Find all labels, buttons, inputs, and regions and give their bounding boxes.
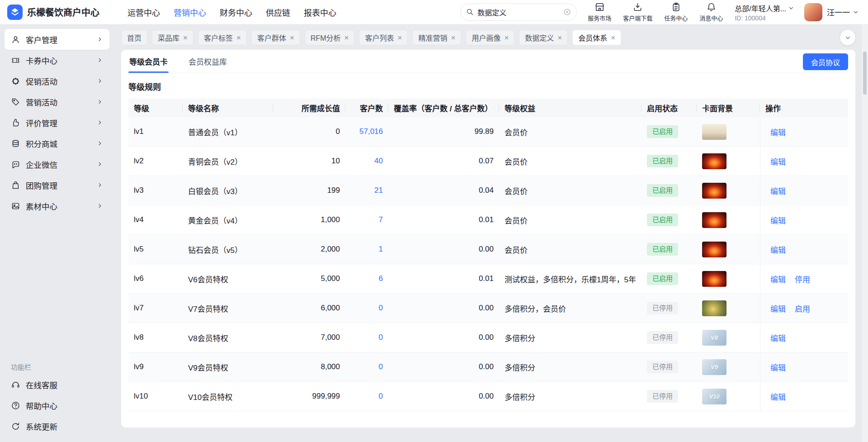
- nav-item[interactable]: 供应链: [266, 6, 290, 18]
- message-center-button[interactable]: 消息中心: [699, 2, 723, 22]
- tab-chip[interactable]: 会员体系 ×: [572, 30, 621, 45]
- search-input[interactable]: [477, 8, 560, 16]
- close-icon[interactable]: ×: [398, 34, 402, 42]
- sidebar-item-online-support[interactable]: 在线客服: [5, 374, 109, 395]
- tab-chip[interactable]: 精准营销 ×: [412, 30, 461, 45]
- sidebar-item-help-center[interactable]: 帮助中心: [5, 395, 109, 416]
- status-badge: 已停用: [647, 302, 678, 314]
- sidebar-item-system-update[interactable]: 系统更新: [5, 416, 109, 437]
- customer-count-link[interactable]: 0: [379, 333, 383, 342]
- customer-count-link[interactable]: 21: [374, 186, 383, 195]
- tab-chip[interactable]: 客户群体 ×: [251, 30, 300, 45]
- user-menu[interactable]: 汪一一: [827, 6, 859, 18]
- customer-count-link[interactable]: 0: [379, 304, 383, 312]
- edit-link[interactable]: 编辑: [770, 332, 786, 343]
- edit-link[interactable]: 编辑: [770, 244, 786, 255]
- benefits-cell: 会员价: [499, 214, 642, 226]
- edit-link[interactable]: 编辑: [770, 273, 786, 285]
- customer-count-link[interactable]: 1: [379, 245, 383, 253]
- growth-value-cell: 1,000: [273, 215, 345, 224]
- customer-count-link[interactable]: 0: [379, 392, 383, 400]
- card-background-thumbnail: [702, 183, 726, 199]
- coverage-cell: 0.00: [388, 333, 499, 342]
- column-header: 启用状态: [642, 102, 697, 114]
- sidebar-item-promotion-activity[interactable]: 促销活动: [5, 71, 109, 91]
- shopping-bag-icon: [11, 181, 20, 190]
- member-agreement-button[interactable]: 会员协议: [803, 53, 848, 70]
- edit-link[interactable]: 编辑: [770, 126, 786, 138]
- edit-link[interactable]: 编辑: [770, 303, 786, 314]
- chevron-right-icon: [97, 36, 103, 43]
- customer-count-link[interactable]: 7: [379, 215, 383, 224]
- scrollbar-track: [862, 24, 868, 442]
- level-cell: lv3: [128, 186, 183, 195]
- tab-chip[interactable]: 客户标签 ×: [198, 30, 247, 45]
- sidebar-item-enterprise-wechat[interactable]: 企业微信: [5, 154, 109, 175]
- status-badge: 已停用: [647, 331, 678, 344]
- brand[interactable]: 乐檬餐饮商户中心: [0, 5, 114, 20]
- customer-count-link[interactable]: 40: [374, 157, 383, 165]
- level-rules-table: 等级 等级名称 所需成长值 客户数 覆盖率（客户数 / 总客户数） 等级权益 启…: [128, 99, 848, 411]
- brand-logo-icon: [7, 5, 23, 20]
- customer-count-link[interactable]: 0: [379, 362, 383, 371]
- sidebar-item-customer-management[interactable]: 客户管理: [5, 29, 109, 50]
- tab-chip-label: 会员体系: [578, 32, 607, 43]
- toggle-status-link[interactable]: 停用: [795, 273, 810, 285]
- close-icon[interactable]: ×: [557, 34, 562, 42]
- brand-name: 乐檬餐饮商户中心: [27, 5, 99, 19]
- tab-chip[interactable]: 用户画像 ×: [466, 30, 514, 45]
- tab-chip[interactable]: 首页: [121, 30, 147, 45]
- sidebar-item-card-coupon-center[interactable]: 卡券中心: [5, 50, 109, 71]
- coverage-cell: 99.89: [388, 127, 499, 136]
- coverage-cell: 0.01: [388, 274, 499, 283]
- sidebar-item-group-buy-management[interactable]: 团购管理: [5, 175, 109, 195]
- customer-count-link[interactable]: 6: [379, 274, 383, 283]
- tab-chip[interactable]: RFM分析 ×: [305, 30, 355, 45]
- tab-chip[interactable]: 客户列表 ×: [359, 30, 408, 45]
- nav-item[interactable]: 报表中心: [304, 6, 336, 18]
- tab-chip[interactable]: 数据定义 ×: [519, 30, 568, 45]
- chevron-down-icon: [853, 9, 859, 15]
- customer-count-link[interactable]: 57,016: [359, 127, 383, 136]
- org-selector[interactable]: 总部/年轻人第... ID: 100004: [735, 3, 794, 22]
- sidebar-item-points-mall[interactable]: 积分商城: [5, 133, 109, 154]
- tab-level-member-card[interactable]: 等级会员卡: [128, 50, 169, 73]
- avatar[interactable]: [804, 3, 822, 21]
- edit-link[interactable]: 编辑: [770, 185, 786, 196]
- benefits-cell: 测试权益，多倍积分，乐檬1周年，5年: [499, 273, 642, 285]
- close-icon[interactable]: ×: [344, 34, 349, 42]
- client-download-button[interactable]: 客户端下载: [623, 2, 652, 22]
- tab-chip[interactable]: 菜品库 ×: [152, 30, 193, 45]
- sidebar-item-label: 积分商城: [26, 138, 57, 149]
- tab-member-benefit-library[interactable]: 会员权益库: [188, 50, 228, 73]
- benefits-cell: 会员价: [499, 244, 642, 255]
- task-center-button[interactable]: 任务中心: [664, 2, 688, 22]
- status-badge: 已停用: [647, 390, 678, 403]
- scrollbar-thumb[interactable]: [863, 52, 867, 95]
- service-market-icon: [594, 2, 605, 12]
- edit-link[interactable]: 编辑: [770, 391, 786, 402]
- nav-item[interactable]: 运营中心: [127, 6, 160, 18]
- sidebar-item-asset-center[interactable]: 素材中心: [5, 195, 109, 216]
- close-icon[interactable]: ×: [290, 34, 294, 42]
- close-icon[interactable]: ×: [611, 34, 615, 42]
- quick-action-label: 服务市场: [588, 14, 611, 22]
- close-icon[interactable]: ×: [236, 34, 241, 42]
- sidebar-item-marketing-activity[interactable]: 营销活动: [5, 91, 109, 112]
- service-market-button[interactable]: 服务市场: [588, 2, 611, 22]
- nav-item[interactable]: 财务中心: [220, 6, 252, 18]
- edit-link[interactable]: 编辑: [770, 156, 786, 167]
- nav-item[interactable]: 营销中心: [174, 6, 206, 18]
- headset-icon: [11, 380, 20, 390]
- coverage-cell: 0.00: [388, 362, 499, 371]
- close-icon[interactable]: ×: [451, 34, 455, 42]
- sidebar-item-review-management[interactable]: 评价管理: [5, 112, 109, 133]
- close-icon[interactable]: ×: [183, 34, 188, 42]
- search-icon: [466, 8, 474, 16]
- toggle-status-link[interactable]: 启用: [795, 303, 810, 314]
- edit-link[interactable]: 编辑: [770, 214, 786, 226]
- tabs-dropdown-button[interactable]: [840, 30, 855, 45]
- edit-link[interactable]: 编辑: [770, 361, 786, 373]
- close-icon[interactable]: ×: [504, 34, 509, 42]
- clear-search-icon[interactable]: [563, 8, 571, 16]
